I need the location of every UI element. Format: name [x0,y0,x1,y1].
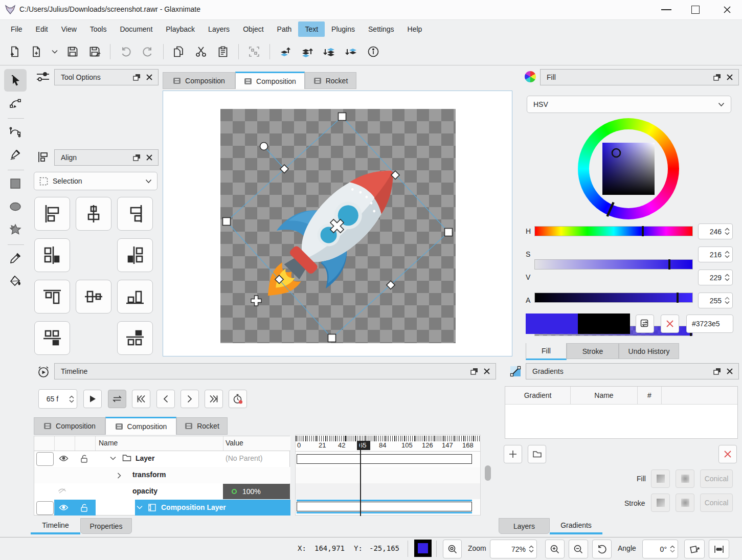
close-panel-icon[interactable] [726,368,733,375]
sv-selector[interactable] [612,149,620,157]
tab-undo-history[interactable]: Undo History [619,343,679,359]
menu-file[interactable]: File [4,21,29,37]
lock-open-icon[interactable] [80,454,88,463]
expander-down-icon[interactable] [110,456,116,460]
fill-conical-gradient-button[interactable]: Conical [700,469,733,488]
menu-edit[interactable]: Edit [29,21,55,37]
timeline-panel-header[interactable]: Timeline [54,363,496,379]
gradient-column-header[interactable]: Gradient [505,387,571,404]
tab-stroke[interactable]: Stroke [567,343,619,359]
alpha-spinbox[interactable]: 255 [698,293,733,308]
scale-handle-left[interactable] [223,218,231,226]
lock-open-icon[interactable] [80,503,88,512]
fill-panel-header[interactable]: Fill [540,69,739,85]
timeline-tab-rocket[interactable]: Rocket [176,417,228,435]
layer-track-bar[interactable] [297,454,472,464]
loop-button[interactable] [108,390,126,408]
save-button[interactable] [64,43,81,60]
name-column-header[interactable]: Name [99,439,118,447]
align-panel-header[interactable]: Align [54,149,159,166]
canvas-tab-rocket[interactable]: Rocket [305,72,356,89]
align-horizontal-center-button[interactable] [76,197,111,231]
float-panel-icon[interactable] [470,368,478,375]
zoom-spinbox[interactable]: 72% [490,540,537,558]
fill-bucket-tool[interactable] [4,270,27,293]
color-picker-tool[interactable] [4,247,27,270]
zoom-out-button[interactable] [569,540,588,558]
maximize-button[interactable] [691,6,700,14]
gradients-table[interactable]: Gradient Name # [505,386,738,439]
clear-color-button[interactable] [661,315,679,333]
go-to-end-button[interactable] [205,390,223,408]
stroke-linear-gradient-button[interactable] [651,494,670,512]
open-recent-dropdown[interactable] [50,43,59,60]
count-column-header[interactable]: # [638,387,662,404]
stroke-conical-gradient-button[interactable]: Conical [700,494,733,512]
visibility-eye-icon[interactable] [59,504,69,511]
record-keyframes-button[interactable] [229,390,247,408]
dock-tab-gradients[interactable]: Gradients [550,518,602,534]
gradient-presets-button[interactable] [528,445,546,463]
close-panel-icon[interactable] [146,74,153,81]
fit-view-button[interactable] [709,540,729,558]
cut-button[interactable] [192,43,210,60]
lower-button[interactable] [321,43,338,60]
zoom-in-button[interactable] [545,540,565,558]
float-panel-icon[interactable] [133,74,141,81]
edit-nodes-tool[interactable] [4,92,27,115]
previous-frame-button[interactable] [156,390,175,408]
transform-row[interactable]: transform [34,467,290,483]
close-panel-icon[interactable] [483,368,490,375]
copy-button[interactable] [170,43,188,60]
hue-spinbox[interactable]: 246 [698,223,733,239]
value-slider[interactable] [534,293,693,303]
gradients-panel-header[interactable]: Gradients [526,363,739,379]
dock-tab-layers[interactable]: Layers [499,518,550,534]
menu-playback[interactable]: Playback [159,21,201,37]
fill-radial-gradient-button[interactable] [676,469,694,488]
star-tool[interactable] [4,218,27,241]
undo-button[interactable] [117,43,134,60]
draw-freehand-tool[interactable] [4,144,27,166]
ellipse-tool[interactable] [4,195,27,218]
menu-layers[interactable]: Layers [201,21,236,37]
hue-slider[interactable] [534,226,693,236]
info-button[interactable] [365,43,382,60]
go-to-start-button[interactable] [132,390,150,408]
timeline-tab-composition-1[interactable]: Composition [34,417,105,435]
scale-handle-bottom[interactable] [328,334,336,342]
align-horizontal-right-button[interactable] [117,197,153,231]
secondary-color-swatch[interactable] [578,313,630,334]
timeline-scrollbar[interactable] [485,465,491,481]
dock-tab-properties[interactable]: Properties [80,518,132,534]
select-tool[interactable] [4,69,27,92]
swap-colors-button[interactable] [636,315,654,333]
float-panel-icon[interactable] [713,368,721,375]
menu-tools[interactable]: Tools [83,21,114,37]
close-panel-icon[interactable] [146,154,153,161]
close-button[interactable] [723,5,732,14]
menu-plugins[interactable]: Plugins [325,21,362,37]
paste-button[interactable] [214,43,232,60]
raise-button[interactable] [299,43,316,60]
opacity-value-badge[interactable]: 100% [223,484,290,499]
add-gradient-button[interactable] [504,445,522,463]
align-horizontal-left-button[interactable] [34,197,70,231]
stroke-radial-gradient-button[interactable] [676,494,694,512]
primary-color-swatch[interactable] [526,313,578,334]
menu-view[interactable]: View [55,21,83,37]
menu-settings[interactable]: Settings [362,21,401,37]
layer-row[interactable]: Layer (No Parent) [34,451,290,467]
menu-text[interactable]: Text [298,21,325,37]
layer-parent-value[interactable]: (No Parent) [226,454,262,462]
menu-document[interactable]: Document [113,21,159,37]
scale-handle-right[interactable] [445,229,453,236]
lower-to-bottom-button[interactable] [343,43,360,60]
close-panel-icon[interactable] [726,74,733,81]
opacity-row[interactable]: opacity 100% [34,483,290,500]
layer-color-swatch[interactable] [36,452,54,466]
align-outside-bottom-button[interactable] [34,321,70,355]
saturation-spinbox[interactable]: 216 [698,247,733,262]
anchor-handle[interactable] [251,296,261,306]
composition-layer-track-bar[interactable] [297,502,472,511]
